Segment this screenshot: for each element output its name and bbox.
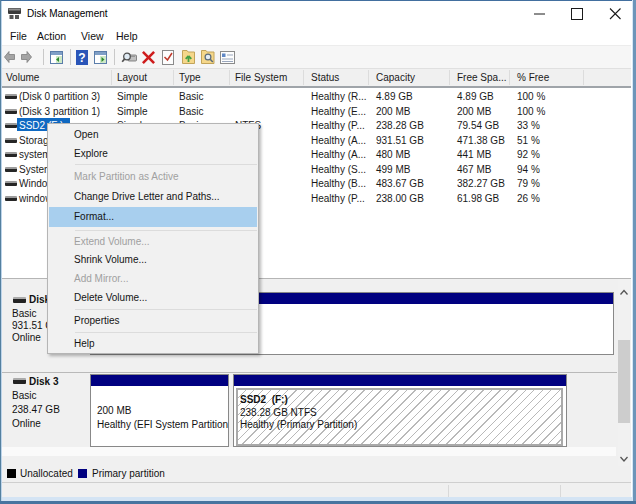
- svg-text:?: ?: [78, 51, 85, 65]
